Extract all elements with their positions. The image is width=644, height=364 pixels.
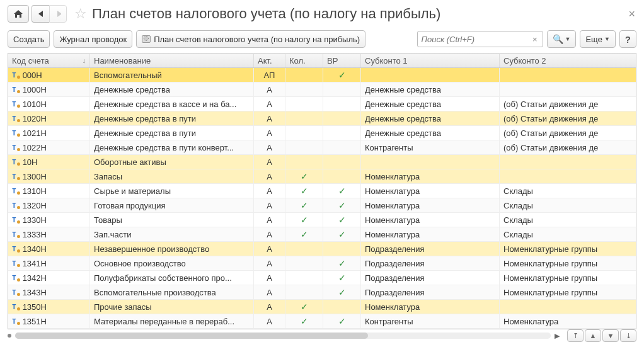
- cell-sub1: Подразделения: [361, 271, 500, 285]
- table-row[interactable]: T1300НЗапасыА✓Номенклатура: [8, 169, 636, 184]
- check-icon: ✓: [301, 302, 308, 312]
- col-sub1[interactable]: Субконто 1: [361, 54, 500, 67]
- horizontal-scrollbar[interactable]: ▶ ⤒ ▲ ▼ ⤓: [8, 329, 636, 342]
- table-row[interactable]: T1333НЗап.частиА✓✓НоменклатураСклады: [8, 227, 636, 242]
- cell-akt: А: [254, 256, 285, 271]
- more-button[interactable]: Еще▼: [580, 30, 615, 48]
- cell-kol: [285, 242, 323, 256]
- cell-kol: [285, 140, 323, 155]
- home-button[interactable]: [8, 5, 29, 23]
- scroll-start-icon: [8, 334, 11, 338]
- favorite-star-icon[interactable]: ☆: [74, 6, 87, 22]
- col-kol[interactable]: Кол.: [285, 54, 323, 67]
- cell-bp: ✓: [323, 198, 361, 213]
- search-button[interactable]: 🔍▼: [547, 30, 577, 48]
- table-row[interactable]: T1000НДенежные средстваАДенежные средств…: [8, 82, 636, 97]
- scroll-up-button[interactable]: ▲: [585, 329, 601, 342]
- scroll-thumb[interactable]: [15, 333, 368, 339]
- table-row[interactable]: T1330НТоварыА✓✓НоменклатураСклады: [8, 213, 636, 227]
- chevron-down-icon: ▼: [604, 36, 610, 42]
- col-code[interactable]: Код счета↓: [8, 54, 90, 67]
- cell-kol: ✓: [285, 198, 323, 213]
- cell-code: T1300Н: [8, 169, 90, 184]
- cell-kol: ✓: [285, 300, 323, 314]
- cell-bp: ✓: [323, 213, 361, 227]
- account-icon: T: [12, 230, 20, 239]
- col-name[interactable]: Наименование: [90, 54, 254, 67]
- print-plan-button[interactable]: План счетов налогового учета (по налогу …: [136, 30, 365, 48]
- cell-bp: [323, 97, 361, 111]
- scroll-track[interactable]: [15, 333, 551, 339]
- check-icon: ✓: [301, 215, 308, 225]
- check-icon: ✓: [338, 287, 346, 297]
- cell-sub1: Денежные средства: [361, 82, 500, 97]
- create-button[interactable]: Создать: [8, 30, 50, 48]
- table-row[interactable]: T1350НПрочие запасыА✓Номенклатура: [8, 300, 636, 314]
- help-button[interactable]: ?: [619, 30, 636, 48]
- cell-name: Денежные средства в пути: [90, 111, 254, 126]
- table-row[interactable]: T1010НДенежные средства в кассе и на ба.…: [8, 97, 636, 111]
- cell-sub1: Номенклатура: [361, 184, 500, 198]
- search-input[interactable]: [420, 34, 530, 45]
- cell-akt: А: [254, 111, 285, 126]
- cell-kol: [285, 271, 323, 285]
- cell-bp: [323, 82, 361, 97]
- cell-name: Денежные средства в пути: [90, 126, 254, 140]
- close-button[interactable]: ×: [628, 8, 635, 21]
- cell-akt: А: [254, 271, 285, 285]
- table-row[interactable]: T1341НОсновное производствоА✓Подразделен…: [8, 256, 636, 271]
- cell-code: T1350Н: [8, 300, 90, 314]
- scroll-right-icon[interactable]: ▶: [555, 332, 560, 340]
- cell-sub2: Номенклатурные группы: [500, 242, 636, 256]
- forward-button[interactable]: [49, 5, 67, 23]
- scroll-top-button[interactable]: ⤒: [567, 329, 584, 342]
- cell-sub2: [500, 68, 636, 82]
- scroll-bottom-button[interactable]: ⤓: [620, 329, 636, 342]
- table-row[interactable]: T1343НВспомогательные производстваА✓Подр…: [8, 285, 636, 300]
- scroll-down-button[interactable]: ▼: [602, 329, 619, 342]
- print-plan-label: План счетов налогового учета (по налогу …: [154, 35, 360, 44]
- account-icon: T: [12, 129, 20, 137]
- accounts-grid: Код счета↓ Наименование Акт. Кол. ВР Суб…: [8, 53, 636, 329]
- col-akt[interactable]: Акт.: [254, 54, 285, 67]
- cell-bp: [323, 155, 361, 169]
- cell-kol: [285, 111, 323, 126]
- account-icon: T: [12, 100, 20, 108]
- table-row[interactable]: T1320НГотовая продукцияА✓✓НоменклатураСк…: [8, 198, 636, 213]
- account-icon: T: [12, 158, 20, 166]
- search-field[interactable]: ×: [417, 31, 543, 47]
- col-sub2[interactable]: Субконто 2: [500, 54, 636, 67]
- account-icon: T: [12, 274, 20, 282]
- cell-code: T1320Н: [8, 198, 90, 213]
- back-button[interactable]: [32, 5, 49, 23]
- account-icon: T: [12, 245, 20, 253]
- cell-akt: А: [254, 140, 285, 155]
- cell-code: T1342Н: [8, 271, 90, 285]
- cell-bp: ✓: [323, 227, 361, 242]
- table-row[interactable]: T1340ННезавершенное производствоАПодразд…: [8, 242, 636, 256]
- table-row[interactable]: T000НВспомогательныйАП✓: [8, 68, 636, 82]
- cell-name: Денежные средства в кассе и на ба...: [90, 97, 254, 111]
- table-row[interactable]: T1021НДенежные средства в путиАДенежные …: [8, 126, 636, 140]
- col-bp[interactable]: ВР: [323, 54, 361, 67]
- table-row[interactable]: T1351НМатериалы переданные в перераб...А…: [8, 314, 636, 329]
- loupe-icon: 🔍: [553, 34, 563, 44]
- journal-button[interactable]: Журнал проводок: [54, 30, 132, 48]
- table-row[interactable]: T1022НДенежные средства в пути конверт..…: [8, 140, 636, 155]
- cell-sub2: (об) Статьи движения де: [500, 111, 636, 126]
- cell-akt: А: [254, 155, 285, 169]
- cell-akt: АП: [254, 68, 285, 82]
- cell-name: Прочие запасы: [90, 300, 254, 314]
- cell-sub2: Склады: [500, 198, 636, 213]
- table-row[interactable]: T1020НДенежные средства в путиАДенежные …: [8, 111, 636, 126]
- cell-akt: А: [254, 126, 285, 140]
- table-row[interactable]: T1310НСырье и материалыА✓✓НоменклатураСк…: [8, 184, 636, 198]
- cell-bp: ✓: [323, 256, 361, 271]
- cell-kol: ✓: [285, 227, 323, 242]
- clear-search-button[interactable]: ×: [530, 35, 540, 44]
- table-row[interactable]: T10НОборотные активыА: [8, 155, 636, 169]
- cell-kol: [285, 126, 323, 140]
- cell-kol: ✓: [285, 184, 323, 198]
- cell-sub1: [361, 68, 500, 82]
- table-row[interactable]: T1342НПолуфабрикаты собственного про...А…: [8, 271, 636, 285]
